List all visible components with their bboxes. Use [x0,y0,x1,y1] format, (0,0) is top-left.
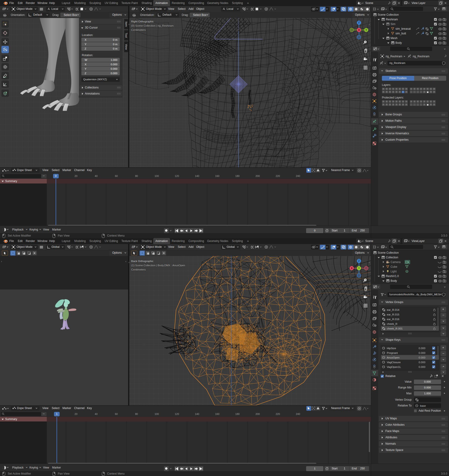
svg-text:Z: Z [358,21,360,24]
svg-text:Y: Y [365,29,367,31]
svg-text:X: X [351,267,353,270]
svg-text:Y: Y [358,267,360,270]
svg-text:X: X [358,29,360,31]
svg-text:Z: Z [358,259,360,262]
